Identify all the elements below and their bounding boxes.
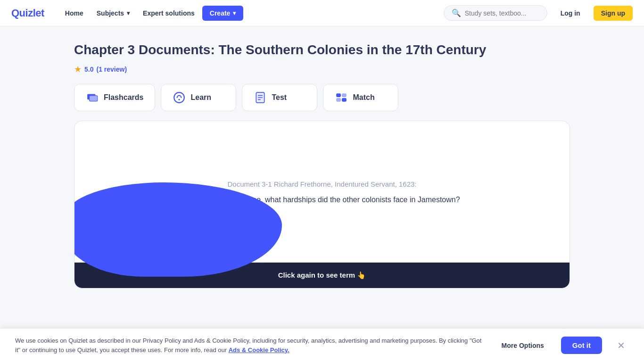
star-icon: ★ [74, 64, 82, 74]
chevron-down-icon: ▾ [233, 10, 236, 16]
match-mode-button[interactable]: Match [323, 84, 398, 111]
svg-rect-9 [337, 94, 341, 98]
match-label: Match [353, 93, 374, 102]
rating-value: 5.0 [84, 66, 93, 73]
nav-expert-solutions[interactable]: Expert solutions [137, 6, 200, 21]
create-button[interactable]: Create ▾ [202, 6, 244, 21]
learn-label: Learn [190, 93, 211, 102]
nav-home[interactable]: Home [59, 6, 89, 21]
svg-rect-10 [342, 94, 347, 98]
study-modes: Flashcards Learn [74, 84, 570, 111]
svg-rect-11 [337, 98, 341, 102]
flashcards-mode-button[interactable]: Flashcards [74, 84, 155, 111]
nav-links: Home Subjects Expert solutions Create ▾ [59, 6, 444, 21]
search-input[interactable] [465, 9, 540, 17]
svg-rect-12 [342, 98, 347, 102]
login-button[interactable]: Log in [555, 7, 586, 20]
rating-count: (1 review) [96, 66, 127, 73]
learn-icon [173, 91, 186, 104]
nav-subjects[interactable]: Subjects [91, 6, 135, 21]
nav-right: 🔍 Log in Sign up [444, 5, 633, 21]
search-bar[interactable]: 🔍 [444, 5, 547, 21]
test-icon [254, 91, 267, 104]
flashcard-body: Document 3-1 Richard Frethorne, Indentur… [74, 121, 570, 263]
learn-mode-button[interactable]: Learn [161, 84, 236, 111]
svg-point-3 [179, 99, 180, 100]
navbar: Quizlet Home Subjects Expert solutions C… [0, 0, 644, 26]
flashcards-icon [86, 91, 99, 104]
svg-rect-1 [90, 96, 98, 101]
logo[interactable]: Quizlet [11, 7, 44, 19]
signup-button[interactable]: Sign up [594, 6, 633, 21]
search-icon: 🔍 [452, 8, 461, 17]
flashcards-label: Flashcards [104, 93, 143, 102]
rating-row: ★ 5.0 (1 review) [74, 64, 570, 74]
svg-point-2 [174, 93, 185, 103]
main-content: Chapter 3 Documents: The Southern Coloni… [63, 26, 581, 288]
test-label: Test [272, 93, 287, 102]
match-icon [335, 91, 348, 104]
blob-decoration [74, 182, 282, 277]
flashcard-container[interactable]: Document 3-1 Richard Frethorne, Indentur… [74, 121, 570, 288]
logo-text: Quizlet [11, 7, 44, 19]
click-again-label: Click again to see term 👆 [278, 271, 366, 280]
page-title: Chapter 3 Documents: The Southern Coloni… [74, 41, 570, 58]
test-mode-button[interactable]: Test [242, 84, 317, 111]
